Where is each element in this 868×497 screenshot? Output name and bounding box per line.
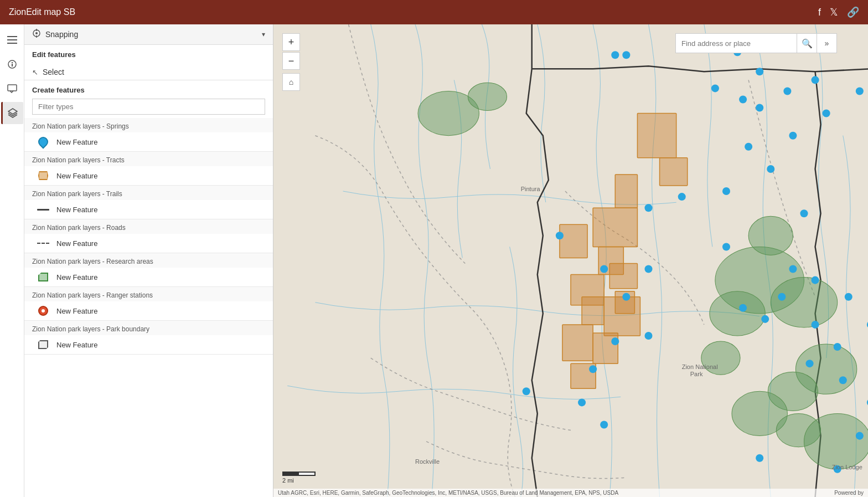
- feature-label-boundary: New Feature: [56, 341, 97, 349]
- layer-group-title-springs: Zion Nation park layers - Springs: [24, 118, 273, 132]
- svg-point-62: [611, 337, 619, 345]
- layer-group-title-boundary: Zion Nation park layers - Park boundary: [24, 321, 273, 335]
- feature-item-springs[interactable]: New Feature: [24, 132, 273, 151]
- map-search: 🔍 »: [675, 33, 837, 53]
- svg-point-43: [756, 68, 763, 75]
- feature-item-ranger[interactable]: New Feature: [24, 301, 273, 320]
- svg-point-49: [823, 110, 830, 117]
- create-features-title: Create features: [32, 86, 265, 94]
- svg-point-44: [711, 84, 719, 92]
- share-icon[interactable]: 🔗: [847, 6, 859, 18]
- scale-bar: 2 mi: [282, 472, 316, 484]
- svg-point-65: [600, 421, 608, 429]
- twitter-icon[interactable]: 𝕏: [830, 6, 838, 18]
- map-area[interactable]: Pintura Zion National Park Rockville Zio…: [273, 24, 868, 497]
- powered-by: Powered by: [834, 490, 864, 496]
- svg-point-9: [35, 32, 38, 34]
- sidebar-item-layers[interactable]: [1, 102, 23, 124]
- svg-text:Zion Lodge: Zion Lodge: [832, 464, 862, 470]
- svg-point-40: [622, 51, 630, 59]
- map-controls: + − ⌂: [282, 33, 300, 91]
- feature-item-research[interactable]: New Feature: [24, 268, 273, 286]
- feature-label-roads: New Feature: [56, 239, 97, 248]
- line-solid-icon: [35, 204, 51, 215]
- sidebar-item-info[interactable]: [1, 53, 23, 75]
- scale-label: 2 mi: [282, 477, 294, 484]
- svg-point-82: [756, 454, 763, 462]
- svg-point-78: [722, 243, 730, 250]
- zoom-in-button[interactable]: +: [282, 33, 300, 51]
- edit-features-section: Edit features: [24, 45, 273, 64]
- sidebar-item-comment[interactable]: [1, 78, 23, 100]
- svg-point-32: [748, 216, 793, 255]
- svg-point-31: [710, 291, 765, 336]
- feature-item-roads[interactable]: New Feature: [24, 234, 273, 253]
- svg-rect-23: [562, 325, 593, 361]
- svg-point-77: [856, 87, 864, 95]
- snapping-label: Snapping: [45, 30, 262, 39]
- search-button[interactable]: 🔍: [797, 33, 817, 53]
- layer-group-roads: Zion Nation park layers - Roads New Feat…: [24, 219, 273, 253]
- layer-group-trails: Zion Nation park layers - Trails New Fea…: [24, 186, 273, 219]
- svg-rect-6: [8, 85, 17, 91]
- select-label: Select: [43, 68, 64, 76]
- zoom-out-button[interactable]: −: [282, 52, 300, 70]
- svg-rect-1: [7, 39, 17, 40]
- scale-line: [282, 472, 316, 476]
- svg-point-28: [468, 83, 507, 110]
- svg-point-48: [812, 76, 819, 84]
- svg-text:Park: Park: [690, 371, 703, 377]
- svg-point-80: [856, 432, 864, 440]
- feature-label-research: New Feature: [56, 273, 97, 281]
- map-canvas: Pintura Zion National Park Rockville Zio…: [273, 24, 868, 497]
- svg-text:Zion National: Zion National: [682, 363, 718, 370]
- feature-item-trails[interactable]: New Feature: [24, 200, 273, 219]
- feature-label-tracts: New Feature: [56, 172, 97, 180]
- boundary-icon: [35, 339, 51, 350]
- layer-group-title-trails: Zion Nation park layers - Trails: [24, 186, 273, 200]
- svg-point-76: [812, 276, 819, 284]
- create-features-section: Create features: [24, 80, 273, 118]
- search-input[interactable]: [675, 33, 797, 53]
- layer-group-title-ranger: Zion Nation park layers - Ranger station…: [24, 287, 273, 301]
- expand-search-button[interactable]: »: [817, 33, 837, 53]
- svg-text:Pintura: Pintura: [521, 186, 541, 192]
- attribution: Utah AGRC, Esri, HERE, Garmin, SafeGraph…: [273, 489, 868, 497]
- svg-point-63: [589, 365, 597, 373]
- topbar: ZionEdit map SB f 𝕏 🔗: [0, 0, 868, 24]
- facebook-icon[interactable]: f: [818, 7, 821, 18]
- svg-point-72: [739, 304, 747, 312]
- select-row[interactable]: ↖ Select: [24, 64, 273, 80]
- sidebar-item-list[interactable]: [1, 29, 23, 51]
- layer-group-title-research: Zion Nation park layers - Research areas: [24, 253, 273, 268]
- feature-item-boundary[interactable]: New Feature: [24, 335, 273, 354]
- svg-rect-20: [609, 264, 637, 289]
- snapping-bar[interactable]: Snapping ▾: [24, 24, 273, 45]
- svg-point-59: [644, 265, 652, 273]
- svg-point-69: [812, 321, 819, 329]
- svg-point-61: [644, 332, 652, 340]
- home-button[interactable]: ⌂: [282, 73, 300, 91]
- icon-bar: [0, 24, 24, 497]
- svg-text:Rockville: Rockville: [415, 458, 440, 465]
- svg-point-53: [800, 209, 808, 217]
- layer-group-title-tracts: Zion Nation park layers - Tracts: [24, 152, 273, 166]
- svg-point-47: [783, 87, 791, 95]
- point-icon: [35, 136, 51, 147]
- svg-point-52: [767, 165, 774, 173]
- scale-rect: [282, 472, 316, 476]
- snapping-icon: [32, 29, 41, 40]
- svg-marker-7: [8, 109, 17, 114]
- svg-point-38: [804, 413, 868, 469]
- svg-rect-4: [12, 64, 13, 66]
- feature-panel: Snapping ▾ Edit features ↖ Select Create…: [24, 24, 273, 497]
- feature-label-ranger: New Feature: [56, 307, 97, 315]
- feature-item-tracts[interactable]: New Feature: [24, 166, 273, 185]
- svg-rect-17: [560, 224, 587, 258]
- svg-point-50: [789, 132, 797, 140]
- svg-point-55: [678, 193, 686, 201]
- topbar-icons: f 𝕏 🔗: [818, 6, 859, 18]
- svg-rect-13: [637, 114, 676, 158]
- filter-input[interactable]: [32, 99, 265, 115]
- svg-point-46: [756, 104, 763, 112]
